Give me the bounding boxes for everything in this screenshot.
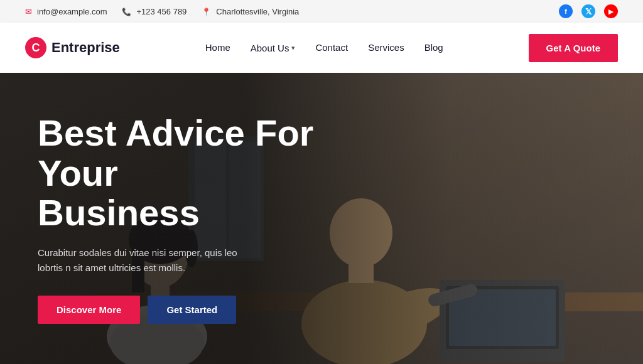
- hero-title: Best Advice For Your Business: [38, 113, 314, 233]
- nav-item-home[interactable]: Home: [205, 42, 230, 53]
- email-icon: [25, 7, 33, 16]
- top-bar: info@example.com +123 456 789 Charlottes…: [0, 0, 643, 23]
- brand-name: Entreprise: [51, 40, 120, 56]
- hero-buttons: Discover More Get Started: [38, 296, 314, 324]
- hero-subtitle: Curabitur sodales dui vitae nisi semper,…: [38, 245, 239, 276]
- phone-icon: [122, 7, 132, 16]
- logo-icon: C: [25, 37, 46, 58]
- twitter-icon[interactable]: 𝕏: [581, 4, 595, 18]
- chevron-down-icon: ▾: [291, 44, 295, 52]
- nav-links: Home About Us ▾ Contact Services Blog: [205, 42, 443, 53]
- nav-item-contact[interactable]: Contact: [315, 42, 348, 53]
- hero-content: Best Advice For Your Business Curabitur …: [0, 113, 352, 324]
- nav-link-contact[interactable]: Contact: [315, 42, 348, 53]
- nav-item-blog[interactable]: Blog: [424, 42, 443, 53]
- location-info: Charlottesville, Virginia: [202, 7, 299, 16]
- hero-section: Best Advice For Your Business Curabitur …: [0, 73, 643, 364]
- get-started-button[interactable]: Get Started: [148, 296, 236, 324]
- logo[interactable]: C Entreprise: [25, 37, 120, 58]
- youtube-icon[interactable]: ▶: [604, 4, 618, 18]
- location-icon: [202, 7, 212, 16]
- email-info: info@example.com: [25, 7, 107, 16]
- get-quote-button[interactable]: Get A Quote: [529, 34, 618, 62]
- facebook-icon[interactable]: f: [559, 4, 573, 18]
- location-text: Charlottesville, Virginia: [216, 7, 299, 16]
- nav-link-blog[interactable]: Blog: [424, 42, 443, 53]
- navbar: C Entreprise Home About Us ▾ Contact Ser…: [0, 23, 643, 73]
- nav-link-home[interactable]: Home: [205, 42, 230, 53]
- email-text: info@example.com: [37, 7, 107, 16]
- phone-info: +123 456 789: [122, 7, 186, 16]
- nav-link-services[interactable]: Services: [368, 42, 404, 53]
- nav-link-about[interactable]: About Us ▾: [251, 43, 296, 53]
- phone-text: +123 456 789: [136, 7, 186, 16]
- top-bar-contact: info@example.com +123 456 789 Charlottes…: [25, 7, 299, 16]
- nav-item-about[interactable]: About Us ▾: [251, 43, 296, 53]
- social-links: f 𝕏 ▶: [559, 4, 618, 18]
- discover-more-button[interactable]: Discover More: [38, 296, 140, 324]
- nav-item-services[interactable]: Services: [368, 42, 404, 53]
